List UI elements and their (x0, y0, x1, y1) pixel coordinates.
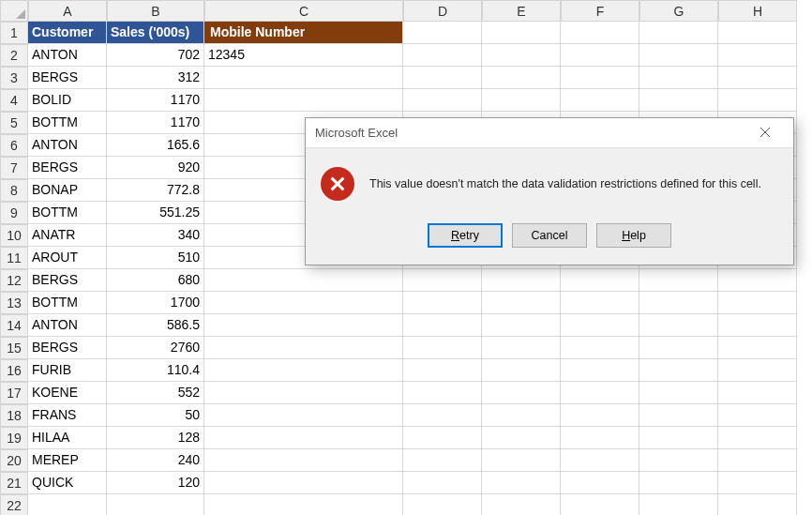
cell[interactable] (482, 472, 561, 494)
cell[interactable] (639, 89, 718, 112)
cell[interactable] (482, 359, 561, 382)
cell[interactable] (639, 449, 718, 472)
cell[interactable] (561, 67, 639, 89)
cell-mobile[interactable] (204, 404, 403, 427)
cell[interactable] (718, 269, 797, 292)
cell[interactable] (561, 337, 639, 359)
cell[interactable] (639, 269, 718, 292)
cell[interactable] (561, 44, 639, 67)
cell[interactable] (561, 359, 639, 382)
col-head-F[interactable]: F (561, 0, 639, 22)
cell[interactable] (718, 314, 797, 337)
cell[interactable] (482, 427, 561, 449)
cell[interactable] (639, 472, 718, 494)
row-head[interactable]: 20 (0, 449, 28, 472)
row-head[interactable]: 9 (0, 202, 28, 224)
cell-mobile[interactable] (204, 89, 403, 112)
row-head[interactable]: 3 (0, 67, 28, 89)
cell[interactable] (639, 494, 718, 515)
cell[interactable] (561, 314, 639, 337)
cell-sales[interactable]: 551.25 (107, 202, 204, 224)
row-head[interactable]: 6 (0, 134, 28, 157)
row-head[interactable]: 21 (0, 472, 28, 494)
cell[interactable] (718, 67, 797, 89)
cell-mobile[interactable] (204, 427, 403, 449)
cell-customer[interactable]: BONAP (28, 179, 107, 202)
row-head[interactable]: 17 (0, 382, 28, 404)
cell[interactable] (718, 89, 797, 112)
cell[interactable] (561, 427, 639, 449)
cell-customer[interactable]: HILAA (28, 427, 107, 449)
cell[interactable] (561, 404, 639, 427)
cell[interactable] (482, 22, 561, 44)
cell-customer[interactable]: KOENE (28, 382, 107, 404)
cell-sales[interactable]: 680 (107, 269, 204, 292)
cell-sales[interactable]: 312 (107, 67, 204, 89)
row-head[interactable]: 15 (0, 337, 28, 359)
col-head-E[interactable]: E (482, 0, 561, 22)
cell[interactable] (718, 292, 797, 314)
cell-mobile[interactable] (204, 449, 403, 472)
cell-sales[interactable]: 772.8 (107, 179, 204, 202)
cell-sales[interactable]: 1170 (107, 112, 204, 134)
cell[interactable] (718, 472, 797, 494)
cell[interactable] (639, 427, 718, 449)
cell-customer[interactable]: QUICK (28, 472, 107, 494)
retry-button[interactable]: Retry (428, 223, 503, 248)
header-mobile[interactable]: Mobile Number (204, 22, 403, 44)
cell-customer[interactable]: AROUT (28, 247, 107, 269)
row-head[interactable]: 11 (0, 247, 28, 269)
cell-sales[interactable]: 165.6 (107, 134, 204, 157)
cell-mobile[interactable]: 12345 (204, 44, 403, 67)
cell[interactable] (403, 269, 482, 292)
cell[interactable] (561, 382, 639, 404)
cell[interactable] (718, 337, 797, 359)
cell[interactable] (482, 292, 561, 314)
cell[interactable] (403, 427, 482, 449)
cell[interactable] (639, 22, 718, 44)
col-head-H[interactable]: H (718, 0, 797, 22)
col-head-C[interactable]: C (204, 0, 403, 22)
cell[interactable] (561, 89, 639, 112)
cell[interactable] (403, 472, 482, 494)
cell[interactable] (204, 494, 403, 515)
cell[interactable] (718, 404, 797, 427)
cell-sales[interactable]: 120 (107, 472, 204, 494)
cell-sales[interactable]: 340 (107, 224, 204, 247)
header-customer[interactable]: Customer (28, 22, 107, 44)
cell[interactable] (482, 449, 561, 472)
row-head[interactable]: 19 (0, 427, 28, 449)
cell-sales[interactable]: 1170 (107, 89, 204, 112)
header-sales[interactable]: Sales ('000s) (107, 22, 204, 44)
cell[interactable] (28, 494, 107, 515)
cell[interactable] (482, 494, 561, 515)
cell[interactable] (403, 382, 482, 404)
cell[interactable] (718, 427, 797, 449)
cell-customer[interactable]: BOTTM (28, 202, 107, 224)
row-head[interactable]: 2 (0, 44, 28, 67)
row-head[interactable]: 10 (0, 224, 28, 247)
cell[interactable] (403, 292, 482, 314)
cell[interactable] (403, 89, 482, 112)
cell[interactable] (639, 382, 718, 404)
cell-customer[interactable]: BERGS (28, 67, 107, 89)
cell[interactable] (107, 494, 204, 515)
row-head[interactable]: 4 (0, 89, 28, 112)
cell[interactable] (403, 449, 482, 472)
close-button[interactable] (746, 119, 784, 147)
cell-sales[interactable]: 510 (107, 247, 204, 269)
cell[interactable] (639, 337, 718, 359)
cell[interactable] (403, 404, 482, 427)
cell[interactable] (561, 22, 639, 44)
cell-customer[interactable]: ANTON (28, 44, 107, 67)
cell-mobile[interactable] (204, 359, 403, 382)
cell[interactable] (639, 292, 718, 314)
cell[interactable] (561, 494, 639, 515)
cell[interactable] (482, 89, 561, 112)
cell-customer[interactable]: ANATR (28, 224, 107, 247)
row-head[interactable]: 22 (0, 494, 28, 515)
cell-customer[interactable]: BOTTM (28, 112, 107, 134)
cancel-button[interactable]: Cancel (512, 223, 587, 248)
cell[interactable] (718, 22, 797, 44)
cell-mobile[interactable] (204, 337, 403, 359)
